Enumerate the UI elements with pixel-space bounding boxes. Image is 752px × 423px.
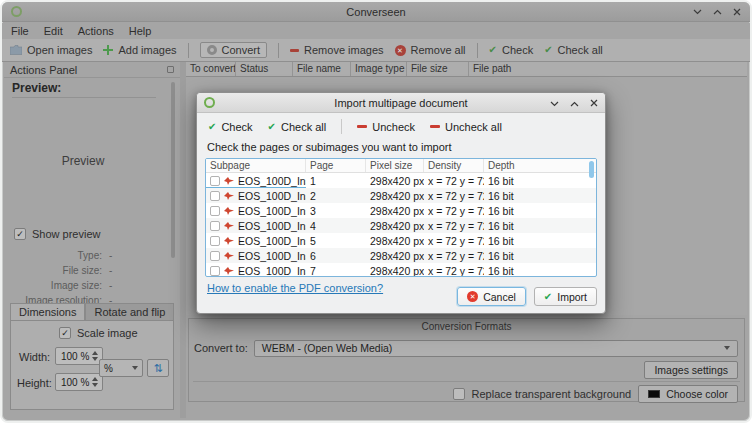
- convert-to-label: Convert to:: [194, 342, 248, 354]
- convert-button[interactable]: Convert: [200, 42, 268, 58]
- table-row[interactable]: EOS_100D_Instruc... 2 298x420 px x = 72 …: [206, 188, 596, 203]
- row-checkbox[interactable]: [210, 236, 220, 246]
- remove-all-icon: ✕: [395, 45, 406, 56]
- col-file-path[interactable]: File path: [469, 62, 747, 76]
- check-all-icon: ✔: [544, 45, 552, 55]
- actions-panel-header: Actions Panel: [4, 62, 180, 78]
- open-images-button[interactable]: Open images: [10, 44, 92, 56]
- dialog-uncheck-button[interactable]: Uncheck: [357, 121, 415, 133]
- col-status[interactable]: Status: [236, 62, 293, 76]
- col-file-size[interactable]: File size: [407, 62, 469, 76]
- scale-image-panel: ✓ Scale image Width: 100 % Height: 100 %…: [10, 320, 174, 410]
- main-toolbar: Open images Add images Convert Remove im…: [2, 39, 750, 62]
- check-icon: ✔: [489, 45, 497, 55]
- row-checkbox[interactable]: [210, 266, 220, 276]
- converseen-logo-icon: [11, 6, 22, 17]
- conversion-formats-title: Conversion Formats: [189, 321, 744, 332]
- dialog-check-all-button[interactable]: ✔ Check all: [268, 121, 327, 133]
- toolbar-separator: [278, 43, 279, 58]
- dialog-instruction: Check the pages or subimages you want to…: [197, 138, 605, 158]
- add-images-button[interactable]: Add images: [103, 44, 176, 56]
- col-depth[interactable]: Depth: [484, 159, 596, 172]
- dialog-close-button[interactable]: [590, 97, 598, 109]
- col-pixel-size[interactable]: Pixel size: [366, 159, 424, 172]
- pdf-page-icon: [224, 206, 234, 216]
- minimize-button[interactable]: [693, 9, 702, 15]
- window-title: Converseen: [2, 6, 750, 18]
- menu-help[interactable]: Help: [129, 25, 152, 37]
- table-scrollbar[interactable]: [589, 161, 594, 178]
- pages-table-header: Subpage Page Pixel size Density Depth: [206, 159, 596, 173]
- images-settings-button[interactable]: Images settings: [644, 361, 738, 379]
- remove-minus-icon: [290, 49, 299, 52]
- dialog-toolbar: ✔ Check ✔ Check all Uncheck Uncheck all: [197, 113, 605, 138]
- table-row[interactable]: EOS_100D_Instruc... 5 298x420 px x = 72 …: [206, 233, 596, 248]
- image-info: Type:- File size:- Image size:- Image re…: [4, 248, 160, 308]
- files-table-header: To convert Status File name Image type F…: [186, 62, 747, 77]
- col-file-name[interactable]: File name: [293, 62, 351, 76]
- row-checkbox[interactable]: [210, 251, 220, 261]
- import-button[interactable]: ✔ Import: [534, 287, 597, 306]
- dialog-check-button[interactable]: ✔ Check: [208, 121, 253, 133]
- scale-image-checkbox[interactable]: ✓ Scale image: [59, 327, 138, 339]
- row-checkbox[interactable]: [210, 191, 220, 201]
- unit-combobox[interactable]: %: [99, 359, 143, 377]
- check-button[interactable]: ✔ Check: [489, 44, 534, 56]
- info-type-label: Type:: [4, 250, 102, 261]
- remove-all-button[interactable]: ✕ Remove all: [395, 44, 466, 56]
- preview-area: Preview: [10, 100, 156, 222]
- width-spinbox[interactable]: 100 %: [55, 347, 103, 365]
- dialog-minimize-button[interactable]: [550, 97, 559, 109]
- dock-scrollbar[interactable]: [171, 82, 175, 258]
- col-subpage[interactable]: Subpage: [206, 159, 306, 172]
- cancel-button[interactable]: ✕ Cancel: [457, 287, 526, 306]
- col-page[interactable]: Page: [306, 159, 366, 172]
- choose-color-button[interactable]: Choose color: [638, 385, 738, 403]
- col-density[interactable]: Density: [424, 159, 484, 172]
- swap-dimensions-button[interactable]: ⇅: [147, 359, 169, 377]
- row-checkbox[interactable]: [210, 206, 220, 216]
- tab-rotate-flip[interactable]: Rotate and flip: [85, 303, 174, 321]
- chevron-down-icon: [724, 346, 730, 350]
- open-images-icon: [10, 45, 22, 55]
- table-row[interactable]: EOS_100D_Instruc... 4 298x420 px x = 72 …: [206, 218, 596, 233]
- tab-dimensions[interactable]: Dimensions: [10, 303, 85, 321]
- dock-float-button[interactable]: [167, 66, 174, 73]
- row-checkbox[interactable]: [210, 176, 220, 186]
- pdf-conversion-help-link[interactable]: How to enable the PDF conversion?: [207, 282, 383, 294]
- col-to-convert[interactable]: To convert: [186, 62, 236, 76]
- spin-arrows-icon[interactable]: [90, 377, 102, 387]
- row-checkbox[interactable]: [210, 221, 220, 231]
- col-image-type[interactable]: Image type: [351, 62, 407, 76]
- maximize-button[interactable]: [713, 9, 722, 15]
- format-combobox[interactable]: WEBM - (Open Web Media): [254, 340, 738, 357]
- table-row[interactable]: EOS_100D_Instruc... 6 298x420 px x = 72 …: [206, 248, 596, 263]
- height-label: Height:: [17, 377, 52, 389]
- pages-table: Subpage Page Pixel size Density Depth EO…: [205, 158, 597, 277]
- check-all-button[interactable]: ✔ Check all: [544, 44, 603, 56]
- menu-actions[interactable]: Actions: [78, 25, 114, 37]
- convert-gear-icon: [207, 45, 217, 55]
- show-preview-checkbox[interactable]: ✓ Show preview: [14, 228, 100, 240]
- height-spinbox[interactable]: 100 %: [55, 373, 103, 391]
- close-button[interactable]: [733, 8, 741, 16]
- menu-file[interactable]: File: [11, 25, 29, 37]
- main-titlebar: Converseen: [2, 2, 750, 22]
- dialog-uncheck-all-button[interactable]: Uncheck all: [430, 121, 502, 133]
- dialog-maximize-button[interactable]: [570, 97, 579, 109]
- width-label: Width:: [19, 351, 50, 363]
- import-multipage-dialog: Import multipage document ✔ Check ✔ Chec…: [196, 92, 606, 314]
- checkbox-checked-icon: ✓: [14, 228, 26, 240]
- dimensions-tabbar: Dimensions Rotate and flip: [10, 303, 174, 321]
- info-type-value: -: [109, 250, 112, 261]
- cancel-icon: ✕: [467, 291, 478, 302]
- pdf-page-icon: [224, 266, 234, 276]
- table-row[interactable]: EOS_100D_Instruc... 3 298x420 px x = 72 …: [206, 203, 596, 218]
- remove-images-button[interactable]: Remove images: [290, 44, 383, 56]
- pdf-page-icon: [224, 191, 234, 201]
- menu-edit[interactable]: Edit: [44, 25, 63, 37]
- table-row[interactable]: EOS_100D_Instruc... 1 298x420 px x = 72 …: [206, 173, 596, 188]
- table-row[interactable]: EOS_100D_Instruc... 7 298x420 px x = 72 …: [206, 263, 596, 277]
- preview-heading: Preview:: [12, 81, 156, 98]
- replace-background-checkbox[interactable]: [453, 388, 465, 400]
